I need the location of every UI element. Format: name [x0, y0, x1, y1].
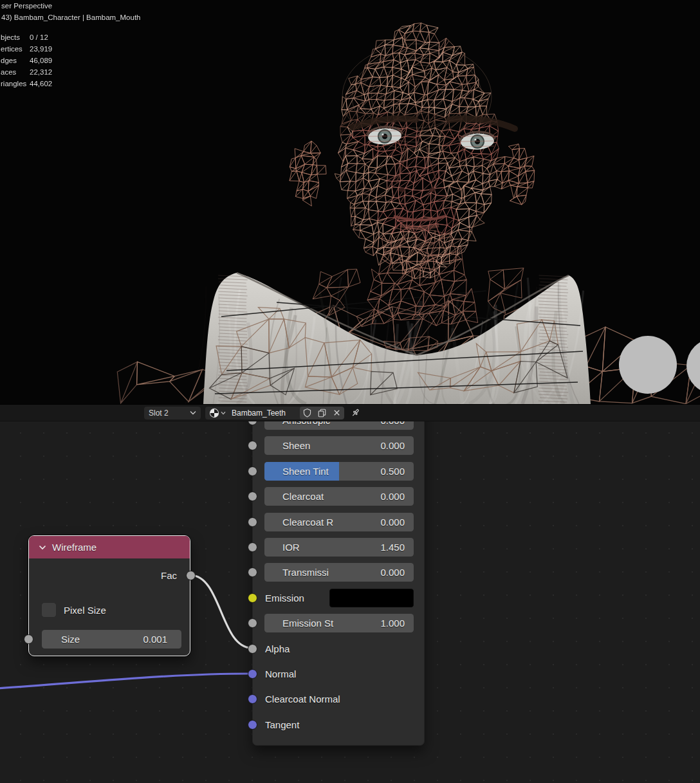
bsdf-row-label: Transmissi	[282, 567, 329, 578]
pixel-size-checkbox[interactable]: Pixel Size	[41, 602, 106, 618]
bsdf-row-clearcoat-normal: Clearcoat Normal	[264, 690, 414, 708]
bsdf-row-label: IOR	[282, 542, 300, 553]
size-value: 0.001	[143, 634, 167, 645]
unlink-material-icon	[333, 409, 341, 417]
bsdf-row-normal: Normal	[264, 665, 414, 683]
bsdf-row-label: Clearcoat	[282, 491, 324, 502]
checkbox-box[interactable]	[41, 602, 57, 618]
bsdf-row-label: Tangent	[265, 719, 299, 730]
chevron-down-icon	[190, 410, 196, 415]
link-wireframe-fac-to-alpha[interactable]	[190, 575, 252, 648]
bsdf-input-socket-ior[interactable]	[248, 542, 257, 552]
bsdf-row-value: 1.000	[380, 618, 405, 629]
bsdf-row-value: 0.500	[380, 466, 405, 477]
bsdf-input-socket-sheen[interactable]	[248, 441, 257, 450]
bsdf-row-label: Clearcoat Normal	[265, 694, 340, 705]
browse-chevron-icon	[221, 411, 226, 415]
bsdf-row-emission: Emission	[264, 589, 414, 607]
bsdf-row-label: Anisotropic	[282, 421, 330, 426]
slot-label: Slot 2	[149, 409, 169, 418]
bsdf-row-transmissi[interactable]: Transmissi0.000	[264, 563, 414, 582]
copy-material-button[interactable]	[315, 407, 329, 419]
bsdf-input-socket-clearcoat-r[interactable]	[248, 517, 257, 527]
bsdf-row-alpha: Alpha	[264, 640, 414, 658]
viewport-canvas[interactable]	[0, 0, 700, 404]
material-name-field[interactable]: Bambam_Teeth	[228, 409, 300, 418]
bsdf-row-clearcoat-r[interactable]: Clearcoat R0.000	[264, 513, 414, 531]
bsdf-row-emission-st[interactable]: Emission St1.000	[264, 614, 414, 632]
material-slot-dropdown[interactable]: Slot 2	[144, 407, 201, 419]
3d-viewport[interactable]: ser Perspective 43) Bambam_Character | B…	[0, 0, 700, 404]
bsdf-input-socket-clearcoat-normal[interactable]	[248, 694, 257, 704]
size-label: Size	[61, 634, 80, 645]
bsdf-row-label: Emission	[265, 593, 304, 603]
bsdf-input-socket-alpha[interactable]	[248, 644, 257, 654]
link-to-normal-input[interactable]	[0, 674, 252, 688]
pin-button[interactable]	[351, 408, 361, 418]
material-name-group: Bambam_Teeth	[205, 407, 344, 419]
material-browse-button[interactable]	[205, 408, 228, 418]
unlink-material-button[interactable]	[329, 407, 344, 419]
bsdf-row-clearcoat[interactable]: Clearcoat0.000	[264, 487, 414, 506]
bsdf-input-socket-clearcoat[interactable]	[248, 492, 257, 501]
bsdf-input-socket-normal[interactable]	[248, 669, 257, 679]
bsdf-input-socket-tangent[interactable]	[248, 720, 257, 730]
size-slider[interactable]: Size 0.001	[42, 630, 181, 649]
wireframe-node[interactable]: Wireframe Fac Pixel Size Size 0.001	[28, 535, 190, 656]
fake-user-button[interactable]	[300, 407, 315, 419]
bsdf-input-socket-sheen-tint[interactable]	[248, 466, 257, 476]
emission-color-swatch[interactable]	[329, 589, 414, 607]
material-sphere-icon	[209, 408, 219, 418]
fake-user-shield-icon	[302, 408, 312, 418]
bsdf-row-sheen[interactable]: Sheen0.000	[264, 436, 414, 455]
node-graph-area[interactable]: Anisotropic0.000Sheen0.000Sheen Tint0.50…	[0, 421, 700, 783]
bsdf-row-label: Clearcoat R	[282, 517, 333, 528]
bsdf-row-anisotropic[interactable]: Anisotropic0.000	[264, 421, 414, 430]
shader-editor[interactable]: Slot 2 Bambam_Teeth	[0, 404, 700, 783]
bsdf-row-label: Emission St	[282, 618, 333, 629]
size-input-socket[interactable]	[24, 634, 33, 644]
wireframe-node-header[interactable]: Wireframe	[29, 536, 190, 558]
shader-editor-header: Slot 2 Bambam_Teeth	[0, 405, 700, 421]
bsdf-row-label: Normal	[265, 668, 296, 679]
bsdf-row-value: 1.450	[380, 542, 405, 553]
bsdf-input-socket-transmissi[interactable]	[248, 567, 257, 577]
copy-material-icon	[317, 408, 327, 418]
pin-icon	[351, 408, 361, 418]
bsdf-row-label: Alpha	[265, 643, 290, 654]
bsdf-row-value: 0.000	[380, 421, 405, 426]
bsdf-row-value: 0.000	[380, 491, 405, 502]
bsdf-input-socket-emission-st[interactable]	[248, 618, 257, 628]
bsdf-row-value: 0.000	[380, 517, 405, 528]
bsdf-row-ior[interactable]: IOR1.450	[264, 538, 414, 557]
bsdf-row-label: Sheen Tint	[282, 466, 329, 477]
principled-bsdf-node[interactable]: Anisotropic0.000Sheen0.000Sheen Tint0.50…	[252, 421, 425, 746]
wireframe-node-title: Wireframe	[52, 542, 97, 553]
bsdf-row-sheen-tint[interactable]: Sheen Tint0.500	[264, 462, 414, 481]
bsdf-row-tangent: Tangent	[264, 715, 414, 734]
pixel-size-label: Pixel Size	[64, 605, 106, 616]
bsdf-input-socket-emission[interactable]	[248, 593, 257, 603]
blender-window: ser Perspective 43) Bambam_Character | B…	[0, 0, 700, 783]
fac-output-socket[interactable]	[186, 571, 196, 580]
collapse-chevron-icon[interactable]	[39, 545, 46, 550]
bsdf-row-label: Sheen	[282, 440, 310, 451]
bsdf-row-value: 0.000	[380, 440, 405, 451]
material-buttons	[300, 407, 344, 419]
fac-output-label: Fac	[161, 566, 177, 585]
bsdf-row-value: 0.000	[380, 567, 405, 578]
